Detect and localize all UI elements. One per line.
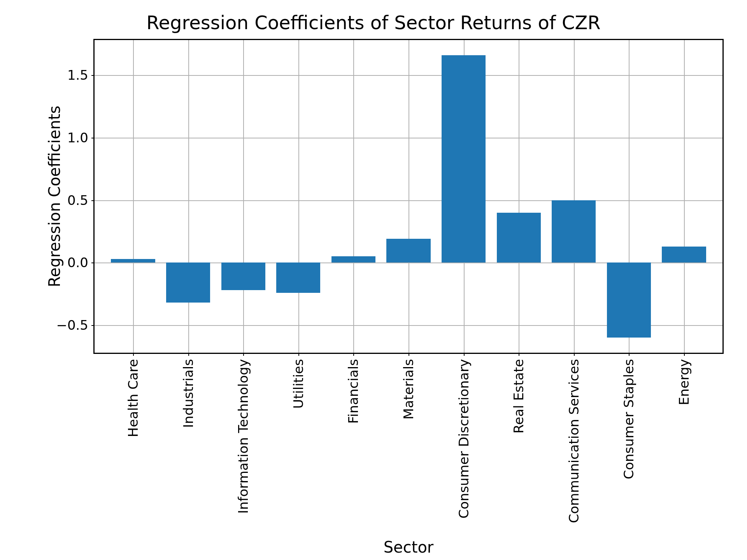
y-tick-mark (91, 325, 95, 326)
grid-line-v (353, 40, 354, 353)
bar (662, 247, 706, 263)
x-tick-label: Energy (676, 359, 692, 405)
bar (111, 259, 155, 263)
y-tick-mark (91, 262, 95, 263)
x-tick-mark (464, 353, 465, 356)
y-tick-label: 1.0 (34, 130, 88, 145)
y-tick-label: 0.0 (34, 255, 88, 270)
grid-line-v (519, 40, 519, 353)
x-axis-label: Sector (93, 538, 724, 556)
bar (607, 262, 651, 338)
grid-line-v (684, 40, 685, 353)
grid-line-v (188, 40, 189, 353)
bar (386, 239, 430, 262)
bar (552, 200, 596, 263)
grid-line-v (409, 40, 409, 353)
x-tick-label: Information Technology (235, 359, 251, 514)
plot-inner (95, 40, 722, 353)
x-tick-label: Materials (401, 359, 416, 420)
y-tick-label: 1.5 (34, 67, 88, 83)
x-tick-label: Industrials (181, 359, 196, 428)
grid-line-v (574, 40, 575, 353)
bar (221, 262, 265, 290)
bar (442, 55, 486, 263)
y-tick-mark (91, 75, 95, 76)
x-tick-label: Health Care (125, 359, 141, 437)
bar (276, 262, 320, 292)
x-tick-mark (629, 353, 630, 356)
bar (166, 262, 210, 303)
x-tick-mark (574, 353, 575, 356)
x-tick-label: Consumer Staples (621, 359, 637, 480)
plot-area: −0.50.00.51.01.5Health CareIndustrialsIn… (93, 39, 724, 354)
x-tick-label: Consumer Discretionary (456, 359, 472, 518)
x-tick-mark (298, 353, 299, 356)
x-tick-mark (684, 353, 685, 356)
chart-title: Regression Coefficients of Sector Return… (0, 12, 747, 33)
x-tick-mark (519, 353, 519, 356)
chart-container: Regression Coefficients of Sector Return… (0, 0, 747, 560)
x-tick-mark (243, 353, 244, 356)
x-tick-mark (353, 353, 354, 356)
x-tick-mark (133, 353, 134, 356)
x-tick-label: Communication Services (566, 359, 582, 523)
bar (331, 256, 375, 262)
y-tick-mark (91, 200, 95, 201)
x-tick-label: Utilities (291, 359, 306, 409)
grid-line-v (243, 40, 244, 353)
bar (497, 213, 541, 263)
x-tick-mark (188, 353, 189, 356)
y-tick-label: 0.5 (34, 192, 88, 208)
grid-line-v (133, 40, 134, 353)
x-tick-label: Real Estate (511, 359, 526, 434)
x-tick-mark (409, 353, 409, 356)
x-tick-label: Financials (345, 359, 361, 424)
y-tick-mark (91, 138, 95, 138)
y-tick-label: −0.5 (34, 317, 88, 333)
grid-line-v (298, 40, 299, 353)
